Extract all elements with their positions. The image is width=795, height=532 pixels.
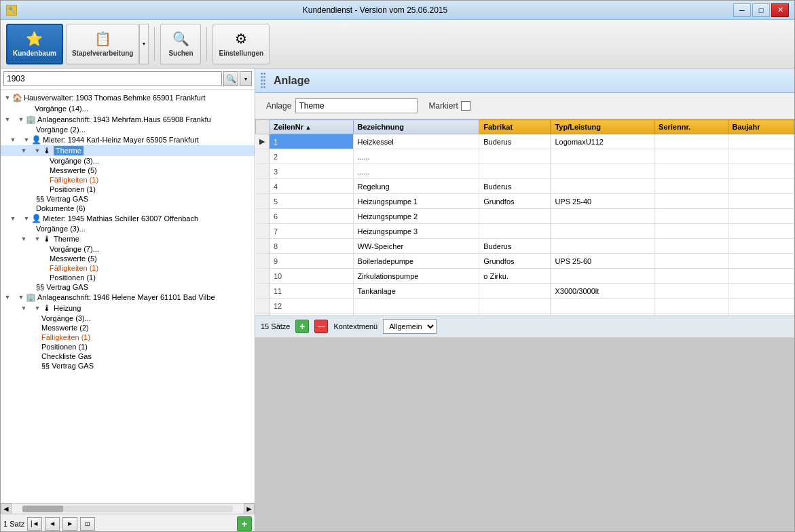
list-item[interactable]: ▼ ▼ 🏢 Anlageanschrift: 1943 Mehrfam.Haus… [1,114,255,125]
tree-toggle[interactable]: ▼ [20,147,28,155]
col-zeilennr[interactable]: ZeilenNr [270,120,354,134]
cell-zeilennr: 10 [270,269,354,284]
col-fabrikat[interactable]: Fabrikat [479,120,551,134]
scroll-right-btn[interactable]: ► [244,504,255,514]
stapelverarbeitung-arrow[interactable]: ▾ [139,24,149,64]
list-item[interactable]: Fälligkeiten (1) [1,332,255,342]
table-row[interactable]: 12 [256,299,794,314]
tree-toggle[interactable]: ▼ [20,235,28,243]
list-item[interactable]: Vorgänge (3)... [1,156,255,166]
toolbar-einstellungen[interactable]: ⚙ Einstellungen [212,24,270,64]
toolbar-suchen[interactable]: 🔍 Suchen [160,24,201,64]
cell-seriennr [654,179,728,194]
maximize-button[interactable]: □ [752,3,770,17]
list-item[interactable]: ▼ ▼ 👤 Mieter: 1944 Karl-Heinz Mayer 6590… [1,134,255,145]
add-row-button[interactable]: + [295,320,309,333]
nav-next-button[interactable]: ► [62,517,77,531]
col-typleistung[interactable]: Typ/Leistung [551,120,654,134]
table-row[interactable]: 5Heizungspumpe 1GrundfosUPS 25-40 [256,194,794,209]
list-item[interactable]: ▼ ▼ 🌡 Heizung [1,303,255,314]
tree-toggle[interactable]: ▼ [33,304,41,312]
tree-toggle[interactable]: ▼ [9,136,17,144]
list-item[interactable]: ▼ ▼ 👤 Mieter: 1945 Mathias Schiller 6300… [1,213,255,224]
cell-fabrikat: Grundfos [479,254,551,269]
col-bezeichnung[interactable]: Bezeichnung [353,120,479,134]
table-row[interactable]: 3...... [256,164,794,179]
table-row[interactable]: 2...... [256,149,794,164]
horizontal-scrollbar[interactable]: ◄ ► [1,503,255,514]
search-dropdown-button[interactable]: ▾ [240,71,252,86]
scroll-left-btn[interactable]: ◄ [1,504,12,514]
table-row[interactable]: 8WW-SpeicherBuderus [256,239,794,254]
col-baujahr[interactable]: Baujahr [728,120,794,134]
search-input[interactable] [3,71,222,86]
list-item[interactable]: Positionen (1) [1,273,255,282]
list-item[interactable]: §§ Vertrag GAS [1,282,255,292]
tree-toggle[interactable]: ▼ [20,304,28,312]
close-button[interactable]: ✕ [771,3,789,17]
add-record-button[interactable]: + [237,516,252,531]
cell-typleistung: X3000/3000lt [551,284,654,299]
list-item[interactable]: Vorgänge (3)... [1,224,255,233]
cell-baujahr [728,179,794,194]
list-item[interactable]: Dokumente (6) [1,204,255,213]
tree-container[interactable]: ▼ 🏠 Hausverwalter: 1903 Thomas Behmke 65… [1,90,255,503]
nav-first-button[interactable]: |◄ [27,517,42,531]
table-row[interactable]: ▶1HeizkesselBuderusLogomaxU112 [256,134,794,149]
col-seriennr[interactable]: Seriennr. [654,120,728,134]
list-item[interactable]: Messwerte (5) [1,254,255,263]
scroll-thumb[interactable] [22,506,63,512]
list-item[interactable]: ▼ ▼ 🏢 Anlageanschrift: 1946 Helene Mayer… [1,292,255,303]
toolbar-separator-1 [154,27,155,61]
table-row[interactable]: 7Heizungspumpe 3 [256,224,794,239]
table-row[interactable]: 9BoilerladepumpeGrundfosUPS 25-60 [256,254,794,269]
list-item[interactable]: Messwerte (5) [1,166,255,175]
list-item[interactable]: Checkliste Gas [1,352,255,361]
list-item[interactable]: Vorgänge (7)... [1,244,255,254]
tree-toggle[interactable]: ▼ [17,293,25,301]
cell-seriennr [654,209,728,224]
tree-toggle[interactable]: ▼ [17,115,25,124]
list-item[interactable]: Positionen (1) [1,342,255,352]
scroll-track[interactable] [22,506,233,512]
anlage-input[interactable] [295,98,418,113]
list-item[interactable]: Messwerte (2) [1,323,255,332]
list-item[interactable]: Vorgänge (2)... [1,125,255,134]
markiert-field[interactable]: Markiert [428,101,470,111]
cell-baujahr [728,269,794,284]
list-item[interactable]: ▼ ▼ 🌡 Therme [1,145,255,156]
table-row[interactable]: 11TankanlageX3000/3000lt [256,284,794,299]
list-item[interactable]: Fälligkeiten (1) [1,263,255,273]
list-item[interactable]: Vorgänge (3)... [1,314,255,323]
list-item[interactable]: Positionen (1) [1,185,255,194]
row-indicator [256,284,270,299]
table-container[interactable]: ZeilenNr Bezeichnung Fabrikat Typ/Leistu… [255,119,794,316]
del-row-button[interactable]: ─ [314,320,328,333]
nav-prev-button[interactable]: ◄ [45,517,60,531]
tree-toggle[interactable]: ▼ [33,235,41,243]
list-item[interactable]: ▼ 🏠 Hausverwalter: 1903 Thomas Behmke 65… [1,92,255,103]
toolbar-stapelverarbeitung[interactable]: 📋 Stapelverarbeitung [66,24,140,64]
list-item[interactable]: Fälligkeiten (1) [1,175,255,185]
table-row[interactable]: 6Heizungspumpe 2 [256,209,794,224]
list-item[interactable]: Vorgänge (14)... [1,103,255,114]
list-item[interactable]: §§ Vertrag GAS [1,194,255,204]
tree-toggle[interactable]: ▼ [22,136,31,144]
nav-end-button[interactable]: ⊡ [80,517,95,531]
kontext-select[interactable]: Allgemein [383,319,437,334]
list-item[interactable]: ▼ ▼ 🌡 Therme [1,233,255,244]
table-row[interactable]: 4RegelungBuderus [256,179,794,194]
tree-toggle[interactable]: ▼ [9,214,17,223]
tree-toggle[interactable]: ▼ [22,214,31,223]
tree-toggle[interactable]: ▼ [33,147,41,155]
cell-bezeichnung: Heizungspumpe 3 [353,224,479,239]
table-row[interactable]: 10Zirkulationspumpeo Zirku. [256,269,794,284]
search-button[interactable]: 🔍 [223,71,238,86]
list-item[interactable]: §§ Vertrag GAS [1,361,255,370]
markiert-checkbox[interactable] [461,101,470,111]
minimize-button[interactable]: ─ [733,3,751,17]
tree-toggle[interactable]: ▼ [3,115,12,124]
tree-toggle[interactable]: ▼ [3,293,12,301]
tree-toggle[interactable]: ▼ [3,94,12,102]
toolbar-kundenbaum[interactable]: ⭐ Kundenbaum [6,24,63,64]
